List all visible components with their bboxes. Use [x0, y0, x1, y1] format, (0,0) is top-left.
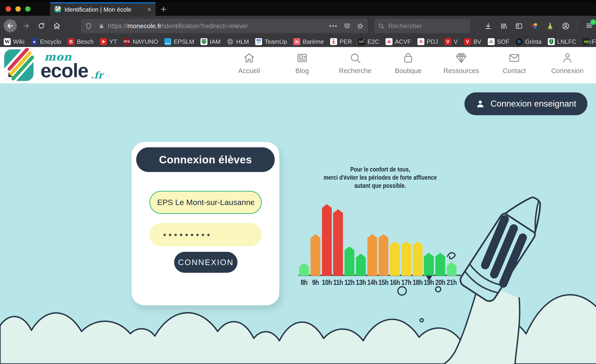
- chart-x-label: 13h: [354, 278, 368, 287]
- bookmark-label: EPSLM: [174, 38, 194, 45]
- bookmark-acvf[interactable]: ACVF: [386, 38, 411, 45]
- encyclo-icon: *: [31, 38, 38, 45]
- bookmark-epslm[interactable]: MONTEPSLM: [164, 38, 194, 45]
- hero-section: Pour le confort de tous,merci d'éviter l…: [0, 83, 596, 364]
- bookmark-encyclo[interactable]: *Encyclo: [31, 38, 61, 45]
- minimize-window-button[interactable]: [15, 6, 21, 12]
- home-button[interactable]: [50, 19, 63, 32]
- sidebar-toggle-icon[interactable]: [515, 22, 523, 30]
- bookmark-yt[interactable]: YT: [100, 38, 117, 45]
- notice-line: Pour le confort de tous,: [309, 165, 452, 173]
- bookmark-barème[interactable]: iBBarème: [293, 38, 324, 45]
- bookmarks-overflow-icon[interactable]: »: [587, 37, 592, 46]
- toolbar-right-icons: ↑: [484, 16, 593, 36]
- url-path: /identification?redirect=/eleve/: [161, 22, 248, 30]
- connexion-submit-button[interactable]: CONNEXION: [174, 252, 238, 273]
- bookmark-label: Grinta: [525, 38, 542, 45]
- url-bar[interactable]: https://monecole.fr/identification?redir…: [81, 19, 368, 33]
- pdj-crest-icon: [417, 38, 425, 45]
- nav-item-accueil[interactable]: Accueil: [229, 52, 269, 75]
- chart-x-label: 14h: [365, 278, 379, 287]
- tab-bar: Identification | Mon école × +: [0, 2, 596, 16]
- bookmark-nayuno[interactable]: RTSNAYUNO: [123, 38, 158, 45]
- tab-title: Identification | Mon école: [65, 6, 144, 13]
- bookmark-label: YT: [109, 38, 117, 45]
- tracking-shield-icon[interactable]: [85, 22, 92, 30]
- nav-item-recherche[interactable]: Recherche: [335, 52, 375, 75]
- new-tab-button[interactable]: +: [161, 4, 166, 15]
- chart-x-label: 19h: [422, 278, 436, 287]
- bookmark-per[interactable]: PER: [330, 38, 352, 45]
- bookmark-hlm[interactable]: HLM: [227, 38, 249, 45]
- wikipedia-icon: W: [4, 38, 11, 45]
- zoom-window-button[interactable]: [25, 6, 30, 12]
- forward-arrow-icon: [22, 22, 30, 30]
- bookmark-lnlfc[interactable]: LNLFC: [548, 38, 576, 45]
- lnlfc-crest-icon: [548, 38, 555, 45]
- close-window-button[interactable]: [6, 6, 11, 12]
- downloads-icon[interactable]: [484, 22, 492, 30]
- lock-icon: [98, 23, 104, 29]
- student-login-card: Connexion élèves CONNEXION: [132, 142, 279, 305]
- nav-item-blog[interactable]: Blog: [283, 52, 322, 75]
- menu-button[interactable]: ↑: [585, 22, 593, 30]
- nav-item-connexion[interactable]: Connexion: [548, 52, 587, 75]
- forward-button[interactable]: [20, 19, 33, 32]
- reload-button[interactable]: [35, 19, 48, 32]
- chart-bar-20h: [435, 253, 445, 276]
- home-icon: [53, 22, 61, 30]
- bookmark-teamup[interactable]: TeamUp: [255, 38, 287, 45]
- chart-x-label: 18h: [411, 278, 425, 287]
- bookmark-besch[interactable]: BBesch: [67, 38, 94, 45]
- site-logo[interactable]: mon ecole .fr: [3, 48, 104, 82]
- bookmark-e2c[interactable]: E2CE2C: [358, 38, 380, 45]
- nav-item-ressources[interactable]: Ressources: [441, 52, 481, 75]
- nav-item-boutique[interactable]: Boutique: [388, 52, 428, 75]
- search-input[interactable]: [388, 22, 458, 30]
- bookmarks-bar: WWiki*EncycloBBeschYTRTSNAYUNOMONTEPSLMI…: [0, 36, 596, 47]
- tab-close-icon[interactable]: ×: [147, 6, 151, 13]
- chart-x-label: 16h: [388, 278, 402, 287]
- bookmark-grinta[interactable]: GGrinta: [516, 38, 542, 45]
- teacher-login-button[interactable]: Connexion enseignant: [464, 92, 587, 115]
- chart-x-label: 15h: [376, 278, 390, 287]
- divider: [95, 22, 95, 30]
- bookmark-label: IAM: [210, 38, 220, 45]
- password-input[interactable]: [149, 223, 262, 246]
- chart-bar-9h: [311, 234, 320, 276]
- nav-item-label: Blog: [295, 67, 309, 75]
- account-icon[interactable]: [562, 22, 570, 30]
- bookmark-pdj[interactable]: PDJ: [417, 38, 438, 45]
- decorative-bubbles: [0, 83, 596, 364]
- nav-item-label: Accueil: [238, 67, 260, 75]
- chart-bar-15h: [379, 234, 388, 276]
- search-bar[interactable]: [374, 19, 470, 33]
- besch-icon: B: [67, 38, 74, 45]
- bookmark-sof[interactable]: SOFOOTSOF: [488, 38, 509, 45]
- back-button[interactable]: [4, 19, 17, 32]
- bookmark-bv[interactable]: VBV: [464, 38, 481, 45]
- school-input[interactable]: [149, 191, 262, 214]
- chart-x-label: 8h: [297, 278, 311, 287]
- bookmark-label: NAYUNO: [133, 38, 158, 45]
- chart-x-label: 9h: [308, 278, 322, 287]
- e2c-icon: E2C: [358, 38, 365, 45]
- flask-extension-icon[interactable]: [546, 22, 554, 30]
- bookmark-iam[interactable]: IAM: [201, 38, 220, 45]
- chart-bar-21h: [447, 262, 456, 276]
- active-tab[interactable]: Identification | Mon école ×: [50, 2, 156, 16]
- molecules-extension-icon[interactable]: [530, 22, 539, 30]
- back-arrow-icon: [6, 22, 14, 30]
- home-icon: [243, 52, 255, 64]
- logo-suffix: .fr: [91, 70, 103, 81]
- bookmark-star-icon[interactable]: [357, 22, 364, 30]
- page-actions-icon[interactable]: •••: [329, 22, 338, 30]
- chart-bar-18h: [413, 241, 423, 276]
- pocket-icon[interactable]: [344, 22, 351, 30]
- affluence-notice: Pour le confort de tous,merci d'éviter l…: [309, 165, 452, 190]
- search-icon: [378, 23, 385, 29]
- library-icon[interactable]: [500, 22, 507, 30]
- nav-item-contact[interactable]: Contact: [494, 52, 534, 75]
- bookmark-wiki[interactable]: WWiki: [4, 38, 24, 45]
- bookmark-v[interactable]: VV: [444, 38, 458, 45]
